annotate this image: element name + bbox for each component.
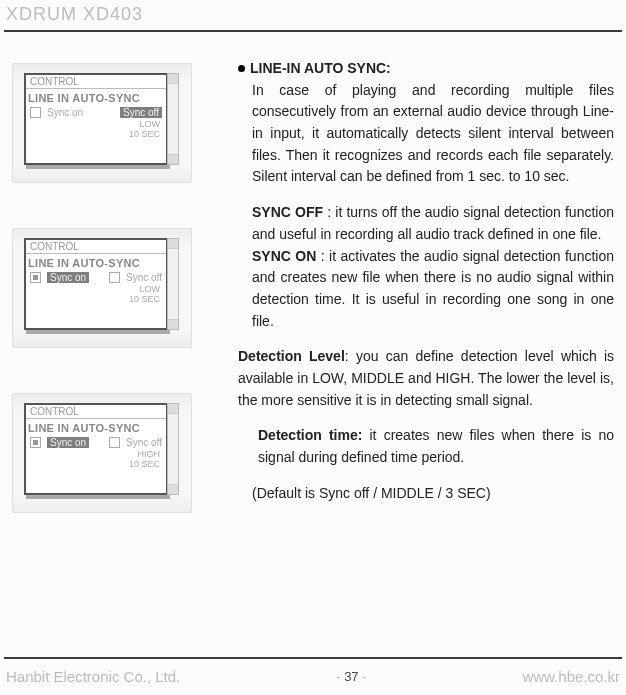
figure-1-panel-title: CONTROL (26, 75, 166, 88)
figure-1-bottom-line2: 10 SEC (26, 130, 160, 140)
footer-company: Hanbit Electronic Co., Ltd. (6, 668, 180, 685)
figure-1: CONTROL LINE IN AUTO-SYNC Sync on Sync o… (12, 63, 192, 183)
figure-2: CONTROL LINE IN AUTO-SYNC Sync on Sync o… (12, 228, 192, 348)
figure-1-main-label: LINE IN AUTO-SYNC (26, 91, 166, 107)
default-settings-line: (Default is Sync off / MIDDLE / 3 SEC) (238, 483, 614, 505)
figure-1-scrollbar-icon (167, 73, 179, 165)
figure-3-panel: CONTROL LINE IN AUTO-SYNC Sync on Sync o… (24, 403, 168, 495)
sync-off-label: SYNC OFF (252, 204, 323, 220)
figure-column: CONTROL LINE IN AUTO-SYNC Sync on Sync o… (12, 58, 212, 635)
figure-2-right-checkbox-icon (109, 272, 120, 283)
section-line-in-auto-sync: LINE-IN AUTO SYNC: In case of playing an… (238, 58, 614, 188)
figure-3-scrollbar-icon (167, 403, 179, 495)
figure-1-right-highlight: Sync off (120, 107, 162, 118)
figure-2-panel: CONTROL LINE IN AUTO-SYNC Sync on Sync o… (24, 238, 168, 330)
figure-1-left-checkbox-icon (30, 107, 41, 118)
top-rule (4, 30, 622, 32)
figure-3-main-label: LINE IN AUTO-SYNC (26, 421, 166, 437)
figure-3-bottom-line2: 10 SEC (26, 460, 160, 470)
footer-page-prefix: - (336, 669, 344, 684)
footer-page-num-value: 37 (344, 669, 358, 684)
figure-1-panel: CONTROL LINE IN AUTO-SYNC Sync on Sync o… (24, 73, 168, 165)
figure-1-left-label: Sync on (47, 107, 83, 118)
footer-url: www.hbe.co.kr (522, 668, 620, 685)
detection-time-label: Detection time: (258, 427, 362, 443)
text-column: LINE-IN AUTO SYNC: In case of playing an… (212, 58, 614, 635)
product-name: XDRUM XD403 (6, 4, 143, 25)
figure-2-bottom-line2: 10 SEC (26, 295, 160, 305)
figure-2-main-label: LINE IN AUTO-SYNC (26, 256, 166, 272)
figure-2-scrollbar-icon (167, 238, 179, 330)
figure-2-left-highlight: Sync on (47, 272, 89, 283)
figure-3-panel-title: CONTROL (26, 405, 166, 418)
figure-2-panel-title: CONTROL (26, 240, 166, 253)
footer-page-number: - 37 - (336, 669, 366, 684)
section-title: LINE-IN AUTO SYNC: (250, 60, 391, 76)
detection-level-label: Detection Level (238, 348, 345, 364)
sync-on-paragraph: SYNC ON : it activates the audio signal … (238, 246, 614, 333)
figure-3: CONTROL LINE IN AUTO-SYNC Sync on Sync o… (12, 393, 192, 513)
section-lead-text: In case of playing and recording multipl… (238, 80, 614, 188)
detection-level-paragraph: Detection Level: you can define detectio… (238, 346, 614, 411)
figure-3-right-checkbox-icon (109, 437, 120, 448)
footer-page-suffix: - (359, 669, 367, 684)
bullet-icon (238, 65, 245, 72)
figure-3-right-label: Sync off (126, 437, 162, 448)
figure-2-right-label: Sync off (126, 272, 162, 283)
bottom-rule (4, 657, 622, 659)
sync-off-paragraph: SYNC OFF : it turns off the audio signal… (238, 202, 614, 245)
detection-time-paragraph: Detection time: it creates new files whe… (238, 425, 614, 468)
figure-2-left-checkbox-icon (30, 272, 41, 283)
page-footer: Hanbit Electronic Co., Ltd. - 37 - www.h… (6, 668, 620, 685)
page-body: CONTROL LINE IN AUTO-SYNC Sync on Sync o… (12, 58, 614, 635)
figure-3-left-checkbox-icon (30, 437, 41, 448)
sync-on-label: SYNC ON (252, 248, 316, 264)
figure-3-left-highlight: Sync on (47, 437, 89, 448)
